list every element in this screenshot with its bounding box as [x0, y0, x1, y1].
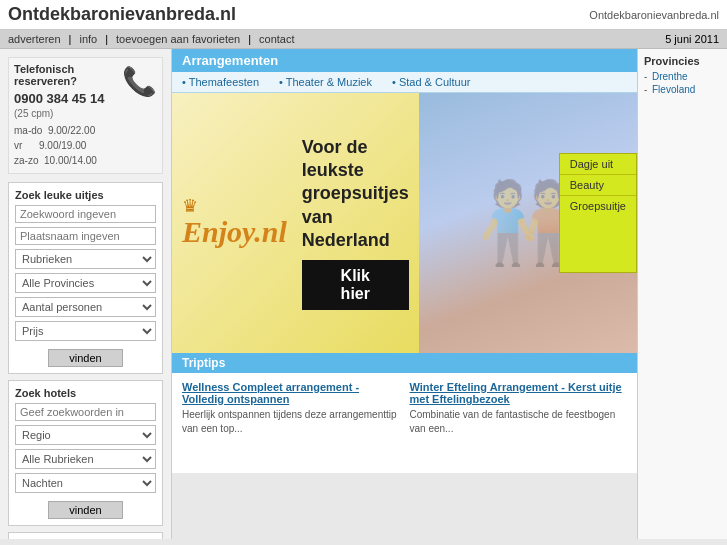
nav-sep1: |: [69, 33, 72, 45]
uitjes-vinden-button[interactable]: vinden: [48, 349, 122, 367]
phone-number: 0900 384 45 14: [14, 91, 116, 106]
rubrieken-select[interactable]: Rubrieken: [15, 249, 156, 269]
triptip-1-desc: Heerlijk ontspannen tijdens deze arrange…: [182, 408, 400, 436]
prov-flevoland[interactable]: Flevoland: [644, 84, 721, 95]
enjoy-logo: Enjoy.nl: [182, 215, 287, 249]
nav-sep3: |: [248, 33, 251, 45]
phone-heading: Telefonisch reserveren?: [14, 63, 116, 87]
tagline-line3: van Nederland: [302, 207, 390, 250]
float-menu: Dagje uit Beauty Groepsuitje: [559, 153, 637, 273]
hours-mado-val: 9.00/22.00: [48, 125, 95, 136]
category-nav: Themafeesten Theater & Muziek Stad & Cul…: [172, 72, 637, 93]
banner-area: ♛ Enjoy.nl Voor de leukste groepsuitjes …: [172, 93, 637, 353]
triptip-2-desc: Combinatie van de fantastische de feestb…: [410, 408, 628, 436]
triptips-content: Wellness Compleet arrangement - Volledig…: [172, 373, 637, 473]
triptip-2: Winter Efteling Arrangement - Kerst uitj…: [410, 381, 628, 465]
hours-zazo-label: za-zo: [14, 155, 38, 166]
triptip-1-title[interactable]: Wellness Compleet arrangement - Volledig…: [182, 381, 400, 405]
search-uitjes-keyword[interactable]: [15, 205, 156, 223]
nav-info[interactable]: info: [79, 33, 97, 45]
arrangementen-bar: Arrangementen: [172, 49, 637, 72]
phone-hours: ma-do 9.00/22.00 vr 9.00/19.00 za-zo 10.…: [14, 123, 116, 168]
cat-theater[interactable]: Theater & Muziek: [279, 76, 372, 88]
float-groepsuitje[interactable]: Groepsuitje: [560, 196, 636, 216]
site-title[interactable]: Ontdekbaronievanbreda.nl: [8, 4, 236, 25]
float-dagjeuit[interactable]: Dagje uit: [560, 154, 636, 175]
cat-themafeesten[interactable]: Themafeesten: [182, 76, 259, 88]
enjoy-crown-icon: ♛: [182, 197, 198, 215]
nav-adverteren[interactable]: adverteren: [8, 33, 61, 45]
triptip-2-title[interactable]: Winter Efteling Arrangement - Kerst uitj…: [410, 381, 628, 405]
right-sidebar: Provincies Drenthe Flevoland: [637, 49, 727, 539]
cat-stad[interactable]: Stad & Cultuur: [392, 76, 470, 88]
hotels-nachten-select[interactable]: Nachten: [15, 473, 156, 493]
triptips-label: Triptips: [182, 356, 225, 370]
phone-cpm: (25 cpm): [14, 108, 53, 119]
prov-drenthe[interactable]: Drenthe: [644, 71, 721, 82]
provincies-select[interactable]: Alle Provincies: [15, 273, 156, 293]
header-site-title-right: Ontdekbaronievanbreda.nl: [589, 9, 719, 21]
klik-hier-button[interactable]: Klik hier: [302, 260, 409, 310]
tagline-line1: Voor de leukste: [302, 137, 368, 180]
provincies-heading: Provincies: [644, 55, 721, 67]
search-hotels: Zoek hotels Regio Alle Rubrieken Nachten…: [8, 380, 163, 526]
header: Ontdekbaronievanbreda.nl Ontdekbaronieva…: [0, 0, 727, 30]
hotels-keyword[interactable]: [15, 403, 156, 421]
search-hotels-heading: Zoek hotels: [15, 387, 156, 399]
nav-bar: adverteren | info | toevoegen aan favori…: [0, 30, 727, 49]
nav-contact[interactable]: contact: [259, 33, 294, 45]
hours-zazo-val: 10.00/14.00: [44, 155, 97, 166]
content-area: Arrangementen Themafeesten Theater & Muz…: [172, 49, 637, 539]
prijs-select[interactable]: Prijs: [15, 321, 156, 341]
tagline-line2: groepsuitjes: [302, 183, 409, 203]
search-groepsuitje: Zoek groepsuitje: [8, 532, 163, 539]
search-uitjes-place[interactable]: [15, 227, 156, 245]
enjoy-banner: ♛ Enjoy.nl Voor de leukste groepsuitjes …: [172, 93, 419, 353]
left-sidebar: Telefonisch reserveren? 0900 384 45 14 (…: [0, 49, 172, 539]
search-uitjes: Zoek leuke uitjes Rubrieken Alle Provinc…: [8, 182, 163, 374]
search-uitjes-heading: Zoek leuke uitjes: [15, 189, 156, 201]
phone-box: Telefonisch reserveren? 0900 384 45 14 (…: [8, 57, 163, 174]
float-beauty[interactable]: Beauty: [560, 175, 636, 196]
nav-sep2: |: [105, 33, 108, 45]
triptip-1: Wellness Compleet arrangement - Volledig…: [182, 381, 400, 465]
hours-vr-val: 9.00/19.00: [39, 140, 86, 151]
personen-select[interactable]: Aantal personen: [15, 297, 156, 317]
nav-toevoegen[interactable]: toevoegen aan favorieten: [116, 33, 240, 45]
triptips-bar: Triptips: [172, 353, 637, 373]
hours-mado-label: ma-do: [14, 125, 42, 136]
hotels-rubrieken-select[interactable]: Alle Rubrieken: [15, 449, 156, 469]
phone-icon: 📞: [122, 65, 157, 98]
date-display: 5 juni 2011: [665, 33, 719, 45]
banner-tagline: Voor de leukste groepsuitjes van Nederla…: [302, 136, 409, 253]
main-layout: Telefonisch reserveren? 0900 384 45 14 (…: [0, 49, 727, 539]
hotels-regio-select[interactable]: Regio: [15, 425, 156, 445]
arrangementen-label: Arrangementen: [182, 53, 278, 68]
hours-vr-label: vr: [14, 140, 22, 151]
hotels-vinden-button[interactable]: vinden: [48, 501, 122, 519]
